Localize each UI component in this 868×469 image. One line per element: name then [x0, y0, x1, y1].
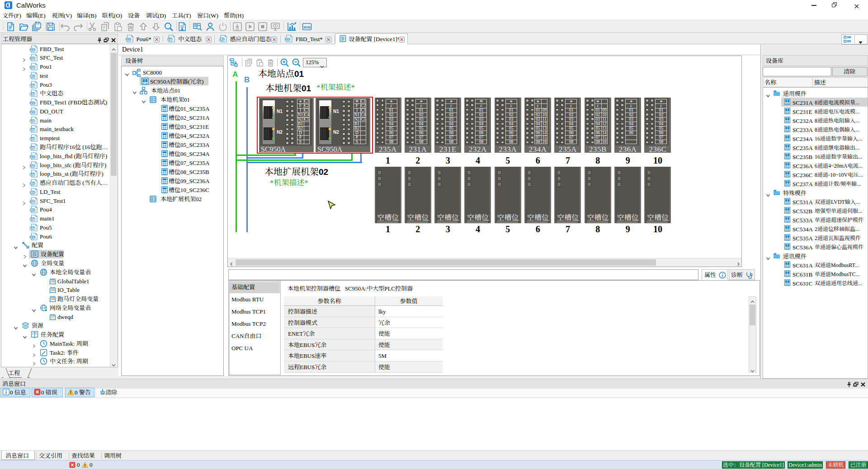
svg-text:VAR: VAR [51, 298, 55, 300]
svg-text:ST: ST [31, 119, 35, 122]
svg-text:MOB: MOB [303, 26, 310, 29]
svg-text:FBD: FBD [30, 102, 35, 105]
svg-text:SFC: SFC [30, 164, 35, 167]
svg-text:SFC: SFC [30, 66, 35, 69]
svg-text:LD: LD [30, 75, 34, 78]
svg-text:FBD: FBD [285, 38, 290, 41]
svg-text:ST: ST [31, 93, 35, 96]
svg-text:LD: LD [30, 191, 34, 194]
svg-text:LD: LD [30, 209, 34, 212]
svg-text:FBD: FBD [126, 38, 131, 41]
svg-text:OUT: OUT [50, 316, 55, 319]
svg-text:VAR: VAR [51, 281, 55, 283]
svg-text:ST: ST [31, 173, 35, 176]
svg-text:SFC: SFC [30, 200, 35, 203]
svg-text:FBD: FBD [30, 155, 35, 158]
svg-text:FBD: FBD [30, 236, 35, 239]
svg-text:LD: LD [30, 182, 34, 185]
svg-text:ST: ST [31, 226, 35, 230]
svg-text:LD: LD [220, 38, 224, 41]
svg-text:ST: ST [31, 218, 35, 221]
svg-text:ST: ST [31, 146, 35, 149]
svg-text:ST: ST [168, 38, 173, 41]
svg-text:SFC: SFC [30, 57, 35, 60]
svg-text:ST: ST [31, 128, 35, 131]
svg-text:FBD: FBD [30, 111, 35, 113]
svg-text:ST: ST [31, 137, 35, 141]
svg-text:VAR: VAR [51, 289, 55, 291]
svg-text:ST: ST [31, 84, 35, 87]
svg-text:FBD: FBD [30, 48, 35, 51]
